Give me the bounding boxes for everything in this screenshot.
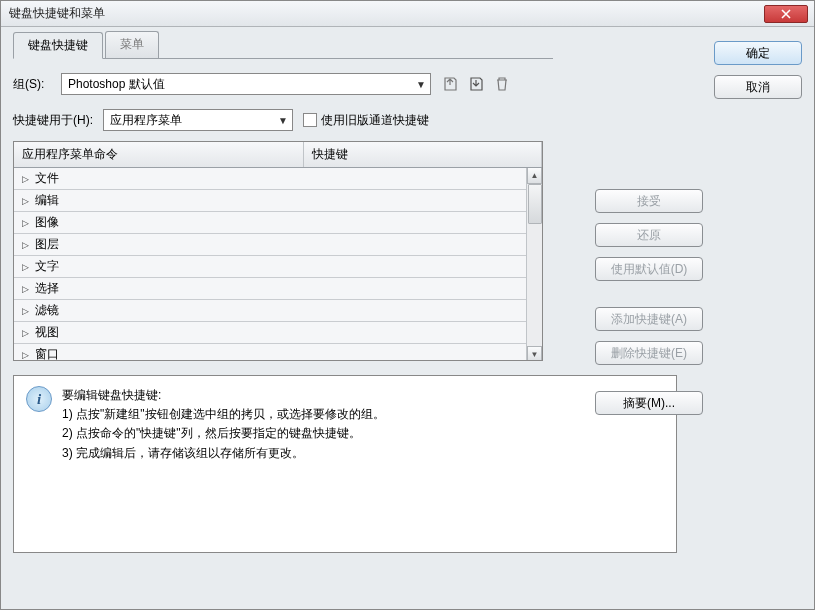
ok-button[interactable]: 确定 (714, 41, 802, 65)
action-button-column: 接受 还原 使用默认值(D) 添加快捷键(A) 删除快捷键(E) 摘要(M)..… (595, 189, 703, 415)
info-text: 要编辑键盘快捷键: 1) 点按"新建组"按钮创建选中组的拷贝，或选择要修改的组。… (62, 386, 385, 542)
scroll-down-icon[interactable]: ▼ (527, 346, 542, 361)
shortcutfor-label: 快捷键用于(H): (13, 112, 103, 129)
delete-set-icon[interactable] (493, 75, 511, 93)
save-set-icon[interactable] (441, 75, 459, 93)
summary-button[interactable]: 摘要(M)... (595, 391, 703, 415)
info-icon: i (26, 386, 52, 412)
accept-button: 接受 (595, 189, 703, 213)
cancel-button[interactable]: 取消 (714, 75, 802, 99)
table-row[interactable]: ▷滤镜 (14, 300, 542, 322)
expand-icon: ▷ (22, 196, 29, 206)
table-row[interactable]: ▷图像 (14, 212, 542, 234)
shortcutfor-row: 快捷键用于(H): 应用程序菜单 ▼ 使用旧版通道快捷键 (13, 109, 553, 131)
tab-menus[interactable]: 菜单 (105, 31, 159, 58)
set-icon-buttons (441, 75, 511, 93)
dialog-button-column: 确定 取消 (714, 41, 802, 99)
titlebar: 键盘快捷键和菜单 (1, 1, 814, 27)
table-row[interactable]: ▷窗口 (14, 344, 542, 361)
legacy-checkbox[interactable] (303, 113, 317, 127)
info-box: i 要编辑键盘快捷键: 1) 点按"新建组"按钮创建选中组的拷贝，或选择要修改的… (13, 375, 677, 553)
info-line: 3) 完成编辑后，请存储该组以存储所有更改。 (62, 444, 385, 463)
shortcutfor-select[interactable]: 应用程序菜单 ▼ (103, 109, 293, 131)
close-button[interactable] (764, 5, 808, 23)
expand-icon: ▷ (22, 240, 29, 250)
info-heading: 要编辑键盘快捷键: (62, 386, 385, 405)
window-title: 键盘快捷键和菜单 (7, 5, 764, 22)
table-area: 应用程序菜单命令 快捷键 ▷文件 ▷编辑 ▷图像 ▷图层 ▷文字 ▷选择 ▷滤镜… (13, 141, 553, 361)
dialog-window: 键盘快捷键和菜单 确定 取消 键盘快捷键 菜单 组(S): Photoshop … (0, 0, 815, 610)
expand-icon: ▷ (22, 284, 29, 294)
info-line: 2) 点按命令的"快捷键"列，然后按要指定的键盘快捷键。 (62, 424, 385, 443)
legacy-checkbox-label: 使用旧版通道快捷键 (321, 112, 429, 129)
set-row: 组(S): Photoshop 默认值 ▼ (13, 73, 553, 95)
scrollbar[interactable]: ▲ ▼ (526, 168, 542, 361)
undo-button: 还原 (595, 223, 703, 247)
shortcutfor-value: 应用程序菜单 (110, 112, 182, 129)
tab-shortcuts[interactable]: 键盘快捷键 (13, 32, 103, 59)
table-row[interactable]: ▷选择 (14, 278, 542, 300)
expand-icon: ▷ (22, 328, 29, 338)
info-line: 1) 点按"新建组"按钮创建选中组的拷贝，或选择要修改的组。 (62, 405, 385, 424)
chevron-down-icon: ▼ (416, 79, 426, 90)
chevron-down-icon: ▼ (278, 115, 288, 126)
table-row[interactable]: ▷图层 (14, 234, 542, 256)
expand-icon: ▷ (22, 306, 29, 316)
table-row[interactable]: ▷视图 (14, 322, 542, 344)
scroll-up-icon[interactable]: ▲ (527, 168, 542, 184)
table-row[interactable]: ▷编辑 (14, 190, 542, 212)
expand-icon: ▷ (22, 262, 29, 272)
set-label: 组(S): (13, 76, 61, 93)
table-body: ▷文件 ▷编辑 ▷图像 ▷图层 ▷文字 ▷选择 ▷滤镜 ▷视图 ▷窗口 ▲ (14, 168, 542, 361)
expand-icon: ▷ (22, 218, 29, 228)
table-row[interactable]: ▷文字 (14, 256, 542, 278)
legacy-checkbox-row[interactable]: 使用旧版通道快捷键 (303, 112, 429, 129)
table-header: 应用程序菜单命令 快捷键 (14, 142, 542, 168)
expand-icon: ▷ (22, 174, 29, 184)
set-select-value: Photoshop 默认值 (68, 76, 165, 93)
scroll-thumb[interactable] (528, 184, 542, 224)
tabs-row: 键盘快捷键 菜单 (13, 31, 553, 59)
content-area: 确定 取消 键盘快捷键 菜单 组(S): Photoshop 默认值 ▼ (13, 31, 802, 597)
use-default-button: 使用默认值(D) (595, 257, 703, 281)
new-set-icon[interactable] (467, 75, 485, 93)
set-select[interactable]: Photoshop 默认值 ▼ (61, 73, 431, 95)
delete-shortcut-button: 删除快捷键(E) (595, 341, 703, 365)
table-row[interactable]: ▷文件 (14, 168, 542, 190)
add-shortcut-button: 添加快捷键(A) (595, 307, 703, 331)
table-col-command: 应用程序菜单命令 (14, 142, 304, 167)
table-col-shortcut: 快捷键 (304, 142, 542, 167)
expand-icon: ▷ (22, 350, 29, 360)
main-panel: 键盘快捷键 菜单 组(S): Photoshop 默认值 ▼ (13, 31, 703, 553)
close-icon (781, 9, 791, 19)
shortcut-table: 应用程序菜单命令 快捷键 ▷文件 ▷编辑 ▷图像 ▷图层 ▷文字 ▷选择 ▷滤镜… (13, 141, 543, 361)
